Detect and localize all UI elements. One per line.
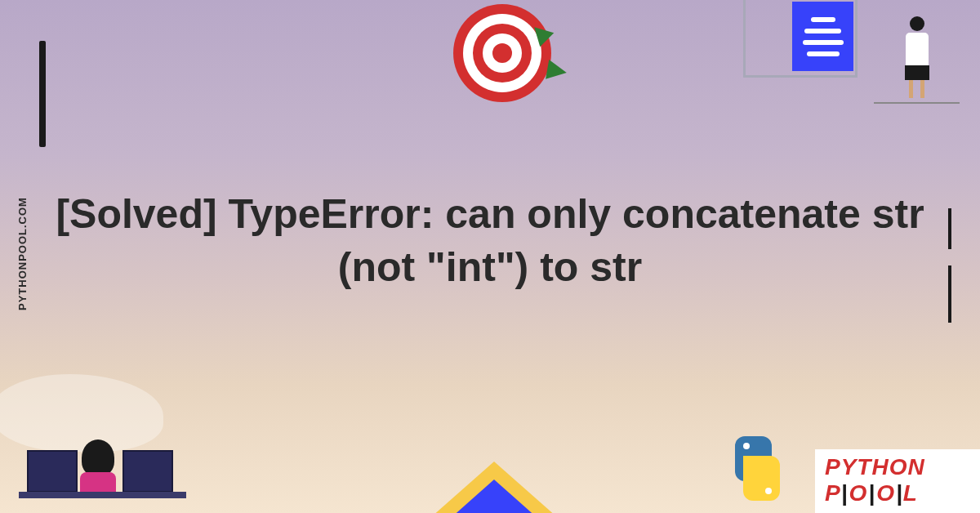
standing-person-illustration <box>898 16 935 102</box>
python-logo-icon <box>723 434 792 503</box>
ground-line <box>874 102 960 104</box>
target-icon <box>453 4 551 102</box>
decorative-bar-right <box>948 208 951 249</box>
decorative-bar-right <box>948 265 951 323</box>
brand-text-bottom: P|O|O|L <box>815 480 980 506</box>
article-title: [Solved] TypeError: can only concatenate… <box>49 188 931 294</box>
brand-text-top: PYTHON <box>815 449 980 480</box>
decorative-bar-left <box>39 41 46 147</box>
chevron-decoration <box>425 462 564 513</box>
brand-logo: PYTHON P|O|O|L <box>815 449 980 513</box>
menu-icon <box>792 2 853 71</box>
website-url: PYTHONPOOL.COM <box>16 197 29 310</box>
desk-illustration <box>12 395 200 513</box>
dart-icon <box>546 60 568 83</box>
